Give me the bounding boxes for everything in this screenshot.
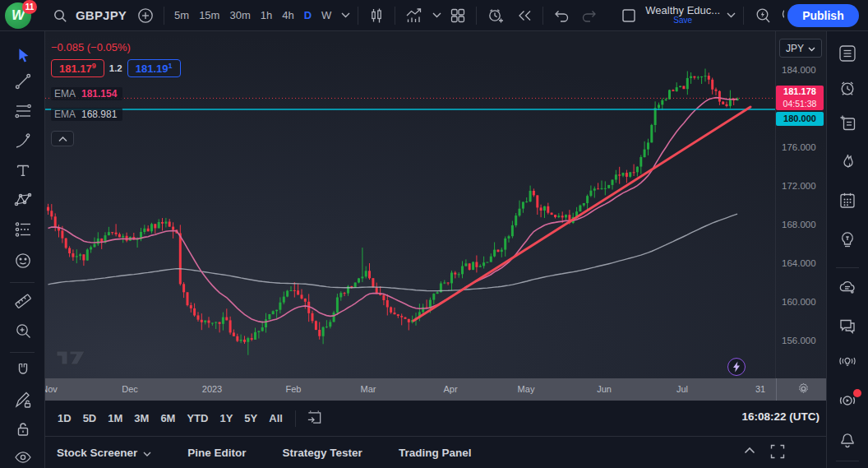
indicators-dropdown-chevron[interactable] <box>430 4 443 27</box>
sidebar-calendar[interactable] <box>833 188 861 215</box>
range-ytd[interactable]: YTD <box>181 408 214 429</box>
tool-zoom-in[interactable] <box>9 318 37 345</box>
tool-draw-lock[interactable] <box>9 387 37 414</box>
sidebar-chat[interactable] <box>833 313 861 340</box>
sidebar-notes[interactable] <box>833 110 861 137</box>
chart-pane[interactable]: −0.085 (−0.05%) 181.179 1.2 181.191 EMA1… <box>45 31 776 378</box>
sidebar-watchlist[interactable] <box>833 41 861 67</box>
sidebar-ideas[interactable] <box>833 227 861 253</box>
timeframe-group: 5m15m30m1h4hDW <box>169 4 336 27</box>
compare-add-symbol-button[interactable] <box>132 4 159 27</box>
bar-replay-button[interactable] <box>511 4 538 27</box>
tool-ruler[interactable] <box>9 289 37 315</box>
technicals-bolt-badge[interactable] <box>727 358 746 376</box>
layout-dropdown-chevron[interactable] <box>723 4 738 27</box>
watchlist-icon <box>837 43 858 67</box>
sidebar-notifications[interactable] <box>833 427 861 453</box>
tool-fib-retracement[interactable] <box>9 99 37 125</box>
sidebar-streams-idea[interactable] <box>833 349 861 375</box>
price-scale[interactable]: JPY 184.000176.000172.000168.000164.0001… <box>776 31 826 378</box>
lock-all-icon <box>13 419 33 442</box>
ema-fast-legend-row[interactable]: EMA181.154 <box>51 87 122 100</box>
hide-all-icon <box>13 447 33 468</box>
range-all[interactable]: All <box>263 408 289 429</box>
chevron-up-icon <box>58 132 67 145</box>
search-icon <box>52 7 68 24</box>
sidebar-minds[interactable] <box>833 276 861 302</box>
time-axis[interactable]: NovDec2023FebMarAprMayJunJul31 <box>45 378 826 401</box>
timeframe-d[interactable]: D <box>299 4 316 27</box>
draw-lock-icon <box>13 390 33 412</box>
panel-trading-panel[interactable]: Trading Panel <box>399 447 472 459</box>
range-1d[interactable]: 1D <box>52 408 77 429</box>
replay-rewind-icon <box>515 7 533 25</box>
streams-idea-icon <box>837 350 858 374</box>
chart-style-button[interactable] <box>363 4 390 27</box>
range-6m[interactable]: 6M <box>155 408 181 429</box>
price-scale-currency-button[interactable]: JPY <box>779 39 822 58</box>
time-label-apr: Apr <box>443 384 457 394</box>
tool-brush[interactable] <box>9 128 37 155</box>
panel-pine-editor[interactable]: Pine Editor <box>187 447 246 459</box>
panel-expand-chevron-button[interactable] <box>744 444 755 456</box>
go-to-date-button[interactable] <box>302 407 326 430</box>
save-layout-checkbox-button[interactable] <box>616 4 642 27</box>
range-3m[interactable]: 3M <box>128 408 155 429</box>
tool-hide-all[interactable] <box>9 445 37 468</box>
sidebar-alerts-clock[interactable] <box>833 76 861 102</box>
ema-slow-legend-row[interactable]: EMA168.981 <box>51 108 122 121</box>
indicators-button[interactable] <box>400 4 428 27</box>
timeframe-30m[interactable]: 30m <box>224 4 255 27</box>
grid-layout-icon <box>449 7 467 25</box>
toolbar-separator <box>743 7 744 25</box>
publish-button[interactable]: Publish <box>787 4 859 27</box>
panel-strategy-tester[interactable]: Strategy Tester <box>283 447 362 459</box>
price-tick: 168.000 <box>782 220 816 229</box>
layout-name-menu[interactable]: Wealthy Educ... Save <box>645 6 720 25</box>
tool-position[interactable] <box>9 217 37 243</box>
tool-magnet[interactable] <box>9 358 37 384</box>
timeframe-4h[interactable]: 4h <box>277 4 298 27</box>
timeframe-15m[interactable]: 15m <box>194 4 224 27</box>
alerts-clock-icon <box>837 77 858 101</box>
chevron-down-icon <box>432 12 441 18</box>
minds-icon <box>837 277 858 301</box>
layout-grid-button[interactable] <box>445 4 471 27</box>
sell-bid-button[interactable]: 181.179 <box>51 59 104 77</box>
sidebar-hotlists[interactable] <box>833 150 861 176</box>
tradingview-watermark-logo <box>55 347 88 371</box>
timeframe-w[interactable]: W <box>316 4 336 27</box>
left-drawing-toolbar <box>0 31 45 468</box>
range-1m[interactable]: 1M <box>102 408 128 429</box>
clock-utc-label[interactable]: 16:08:22 (UTC) <box>741 410 820 423</box>
redo-button[interactable] <box>576 4 603 27</box>
legend-collapse-button[interactable] <box>51 131 74 146</box>
range-5y[interactable]: 5Y <box>238 408 263 429</box>
alert-clock-plus-icon <box>486 6 506 25</box>
tool-cursor[interactable] <box>9 43 37 69</box>
user-menu-button[interactable]: W 11 <box>5 2 41 30</box>
undo-button[interactable] <box>548 4 575 27</box>
tool-text[interactable] <box>9 158 37 184</box>
fullscreen-button[interactable] <box>770 444 785 461</box>
time-label-feb: Feb <box>286 384 302 394</box>
bar-countdown: 04:51:38 <box>776 98 824 110</box>
price-tick: 160.000 <box>782 297 816 307</box>
buy-ask-button[interactable]: 181.191 <box>127 59 181 77</box>
camera-snapshot-icon-partial[interactable] <box>778 5 784 25</box>
quick-search-button[interactable] <box>749 4 777 27</box>
tool-trend-line[interactable] <box>9 69 37 95</box>
symbol-search-button[interactable] <box>48 4 72 27</box>
panel-stock-screener[interactable]: Stock Screener <box>57 447 151 459</box>
timeframe-dropdown-chevron[interactable] <box>338 4 353 27</box>
range-1y[interactable]: 1Y <box>214 408 238 429</box>
tool-lock-all[interactable] <box>9 417 37 443</box>
timeframe-1h[interactable]: 1h <box>256 4 277 27</box>
create-alert-button[interactable] <box>482 4 510 27</box>
tool-emoji[interactable] <box>9 248 37 275</box>
symbol-name[interactable]: GBPJPY <box>74 4 131 27</box>
chart-settings-gear-button[interactable] <box>793 380 813 399</box>
tool-pattern[interactable] <box>9 188 37 214</box>
range-5d[interactable]: 5D <box>77 408 103 429</box>
timeframe-5m[interactable]: 5m <box>169 4 194 27</box>
